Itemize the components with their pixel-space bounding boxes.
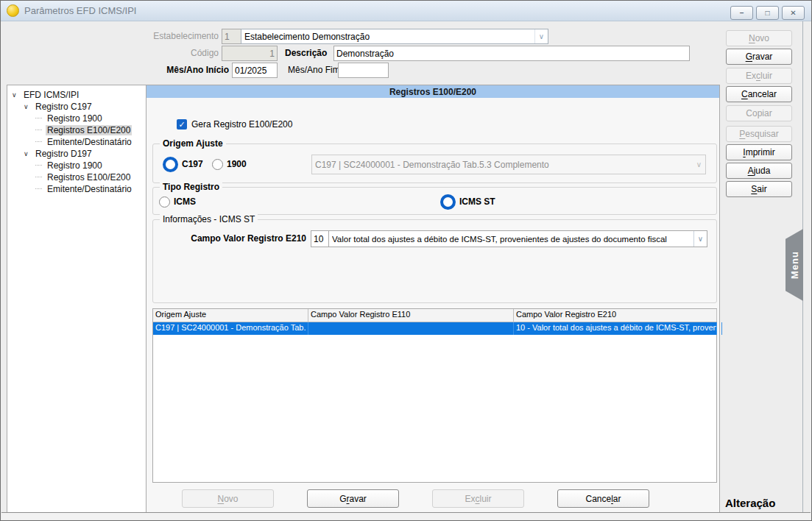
chevron-down-icon[interactable]: ∨ [12, 91, 22, 99]
sidebar-button-bar: NovoGravarExcluirCancelarCopiarPesquisar… [726, 1, 791, 520]
chevron-down-icon: ∨ [693, 155, 705, 174]
mes-ano-fim-input[interactable] [338, 63, 389, 78]
tree-item-label: Registro D197 [34, 149, 93, 159]
sidebar-button-sair[interactable]: Sair [726, 181, 792, 197]
estabelecimento-label: Estabelecimento [126, 31, 219, 41]
descricao-value: Demonstração [336, 49, 394, 59]
chevron-down-icon[interactable]: ∨ [24, 150, 34, 157]
mes-ano-inicio-value: 01/2025 [235, 65, 266, 76]
estabelecimento-code-value: 1 [225, 32, 230, 42]
chevron-down-icon[interactable]: ∨ [693, 231, 707, 247]
tree-guide [35, 188, 42, 190]
tree-item-registro-1900[interactable]: Registro 1900 [7, 113, 146, 124]
tree-item-label: Registro 1900 [46, 160, 104, 171]
campo-valor-e210-label: Campo Valor Registro E210 [153, 233, 306, 244]
menu-tab-label: Menu [789, 251, 800, 279]
sidebar-button-copiar[interactable]: Copiar [726, 105, 792, 121]
gera-registro-checkbox[interactable]: ✓ Gera Registro E100/E200 [177, 119, 292, 130]
sidebar-button-pesquisar[interactable]: Pesquisar [726, 126, 792, 142]
descricao-input[interactable]: Demonstração [333, 46, 690, 61]
parametros-efd-window: Parâmetros EFD ICMS/IPI – □ ✕ Estabeleci… [0, 0, 812, 521]
sidebar-button-ajuda[interactable]: Ajuda [726, 163, 792, 179]
menu-tab[interactable]: Menu [785, 229, 803, 301]
informacoes-title: Informações - ICMS ST [160, 214, 258, 224]
tree-item-registros-e100-e200[interactable]: Registros E100/E200 [7, 171, 146, 183]
tree-item-efd-icms-ipi[interactable]: ∨EFD ICMS/IPI [7, 89, 146, 101]
radio-c197[interactable]: C197 [163, 158, 203, 170]
sidebar-button-cancelar[interactable]: Cancelar [726, 86, 792, 102]
sidebar-button-gravar[interactable]: Gravar [726, 49, 792, 65]
footer-button-novo[interactable]: Novo [182, 489, 274, 508]
footer-button-cancelar[interactable]: Cancelar [557, 489, 649, 508]
table-header: Origem AjusteCampo Valor Registro E110Ca… [153, 309, 716, 322]
column-header-origem-ajuste[interactable]: Origem Ajuste [153, 309, 308, 322]
tree-item-label: Registro 1900 [46, 113, 104, 124]
tree-item-emitente-destinatario[interactable]: Emitente/Destinatário [7, 183, 146, 195]
tree-item-label: Registros E100/E200 [46, 172, 132, 182]
origem-ajuste-title: Origem Ajuste [160, 138, 226, 149]
radio-1900[interactable]: 1900 [212, 158, 247, 170]
codigo-value: 1 [225, 49, 275, 59]
campo-valor-e210-combo-value: Valor total dos ajustes a débito de ICMS… [332, 235, 693, 244]
table-cell: 10 - Valor total dos ajustes a débito de… [514, 322, 717, 335]
chevron-down-icon[interactable]: ∨ [24, 103, 34, 110]
sidebar-button-imprimir[interactable]: Imprimir [726, 144, 792, 160]
radio-icms[interactable]: ICMS [159, 196, 196, 208]
column-header-filler [717, 309, 721, 322]
radio-unchecked-icon [212, 159, 223, 170]
tree-item-label: Emitente/Destinatário [46, 137, 133, 147]
mes-ano-inicio-input[interactable]: 01/2025 [232, 63, 278, 78]
tree-item-registros-e100-e200[interactable]: Registros E100/E200 [7, 124, 146, 136]
radio-c197-label: C197 [182, 159, 203, 169]
tree-guide [35, 177, 42, 178]
panel-title: Registros E100/E200 [146, 85, 719, 98]
radio-checked-icon [440, 194, 456, 210]
column-header-campo-valor-registro-e110[interactable]: Campo Valor Registro E110 [308, 309, 514, 322]
radio-icms-st[interactable]: ICMS ST [440, 196, 495, 208]
tree-item-registro-d197[interactable]: ∨Registro D197 [7, 148, 146, 160]
navigation-tree: ∨EFD ICMS/IPI∨Registro C197Registro 1900… [7, 85, 146, 517]
estabelecimento-combo-value: Estabelecimento Demonstração [244, 32, 534, 42]
status-bar [1, 512, 811, 520]
tree-guide [35, 141, 42, 143]
sidebar-button-novo[interactable]: Novo [726, 30, 792, 46]
registros-panel: Registros E100/E200 ✓ Gera Registro E100… [146, 85, 720, 514]
origem-ajuste-combo: C197 | SC24000001 - Demonstração Tab.5.3… [311, 155, 706, 174]
gera-registro-label: Gera Registro E100/E200 [191, 119, 292, 130]
campo-valor-e210-combo[interactable]: Valor total dos ajustes a débito de ICMS… [328, 230, 707, 247]
mes-ano-fim-label: Mês/Ano Fim [288, 65, 340, 75]
column-header-campo-valor-registro-e210[interactable]: Campo Valor Registro E210 [514, 309, 717, 322]
tree-guide [35, 118, 42, 119]
descricao-label: Descrição [285, 48, 327, 58]
status-mode-label: Alteração [725, 497, 775, 509]
footer-button-excluir[interactable]: Excluir [432, 489, 524, 508]
tree-item-registro-c197[interactable]: ∨Registro C197 [7, 101, 146, 113]
checkbox-checked-icon: ✓ [177, 119, 187, 130]
tree-item-label: Registros E100/E200 [46, 125, 132, 135]
chevron-down-icon[interactable]: ∨ [534, 29, 548, 43]
table-row[interactable]: C197 | SC24000001 - Demonstração Tab.10 … [153, 322, 716, 335]
radio-checked-icon [163, 157, 178, 172]
footer-button-gravar[interactable]: Gravar [307, 489, 399, 508]
close-icon: ✕ [790, 10, 796, 17]
tipo-registro-title: Tipo Registro [160, 182, 222, 192]
sidebar-button-excluir[interactable]: Excluir [726, 68, 792, 84]
tree-item-label: Emitente/Destinatário [46, 184, 133, 194]
tree-guide [35, 130, 42, 131]
estabelecimento-combo[interactable]: Estabelecimento Demonstração ∨ [241, 29, 548, 44]
codigo-label: Código [126, 48, 219, 58]
mes-ano-inicio-label: Mês/Ano Início [119, 65, 229, 75]
radio-1900-label: 1900 [227, 159, 247, 169]
radio-icms-label: ICMS [174, 196, 196, 207]
tree-item-emitente-destinatario[interactable]: Emitente/Destinatário [7, 136, 146, 148]
campo-valor-e210-value: 10 [314, 234, 323, 244]
table-body: C197 | SC24000001 - Demonstração Tab.10 … [153, 322, 716, 335]
tree-guide [35, 165, 42, 166]
titlebar[interactable]: Parâmetros EFD ICMS/IPI [1, 1, 811, 21]
informacoes-icms-st-group: Informações - ICMS ST Campo Valor Regist… [152, 219, 717, 303]
radio-icms-st-label: ICMS ST [459, 196, 495, 207]
table-cell [717, 322, 722, 335]
radio-unchecked-icon [159, 196, 170, 208]
tree-item-registro-1900[interactable]: Registro 1900 [7, 160, 146, 171]
tipo-registro-group: Tipo Registro ICMS ICMS ST [152, 187, 717, 215]
